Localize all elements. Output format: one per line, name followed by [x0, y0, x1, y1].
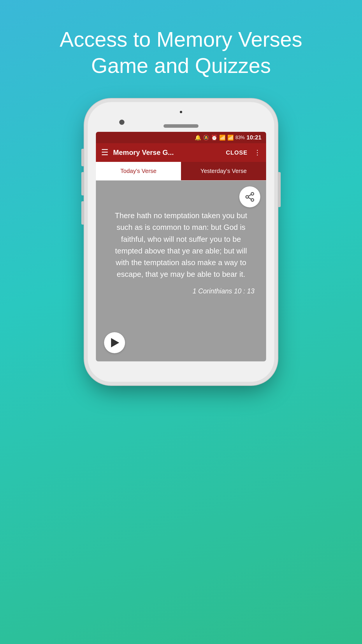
- toolbar-title: Memory Verse G...: [113, 148, 221, 157]
- phone-mockup: 🔔 🔕 ⏰ 📶 📶 83% 10:21 ☰ Memory Verse G... …: [88, 102, 274, 382]
- status-icons: 🔔 🔕 ⏰ 📶 📶 83% 10:21: [195, 134, 261, 141]
- headline-line1: Access to Memory Verses: [60, 28, 302, 51]
- tab-todays-verse[interactable]: Today's Verse: [96, 162, 181, 180]
- mute-icon: 🔕: [203, 134, 209, 141]
- tab-yesterdays-verse[interactable]: Yesterday's Verse: [181, 162, 266, 180]
- verse-reference: 1 Corinthians 10 : 13: [105, 287, 257, 295]
- svg-line-3: [248, 197, 251, 199]
- verse-card: There hath no temptation taken you but s…: [96, 181, 266, 361]
- battery-level: 83%: [236, 135, 245, 140]
- wifi-icon: 📶: [219, 134, 226, 141]
- earpiece-speaker: [164, 124, 198, 128]
- app-toolbar: ☰ Memory Verse G... CLOSE ⋮: [96, 143, 266, 162]
- status-time: 10:21: [247, 134, 261, 141]
- play-button[interactable]: [104, 332, 125, 353]
- verse-text: There hath no temptation taken you but s…: [105, 210, 257, 280]
- front-dot-sensor: [180, 111, 182, 113]
- phone-top: [96, 120, 266, 128]
- phone-shell: 🔔 🔕 ⏰ 📶 📶 83% 10:21 ☰ Memory Verse G... …: [88, 102, 274, 382]
- silent-switch: [81, 201, 84, 225]
- tabs-row: Today's Verse Yesterday's Verse: [96, 162, 266, 181]
- notification-icon: 🔔: [195, 134, 201, 141]
- more-options-icon[interactable]: ⋮: [254, 148, 261, 157]
- alarm-icon: ⏰: [211, 134, 217, 141]
- volume-down-button: [81, 172, 84, 195]
- play-icon: [111, 338, 119, 347]
- power-button: [278, 172, 281, 207]
- front-camera: [119, 120, 124, 125]
- volume-up-button: [81, 149, 84, 166]
- status-bar: 🔔 🔕 ⏰ 📶 📶 83% 10:21: [96, 132, 266, 143]
- share-icon: [245, 192, 255, 202]
- svg-line-4: [248, 195, 251, 196]
- hamburger-menu-icon[interactable]: ☰: [101, 148, 108, 157]
- signal-icon: 📶: [227, 134, 234, 141]
- share-button[interactable]: [239, 186, 260, 207]
- headline-line2: Game and Quizzes: [91, 54, 271, 77]
- page-headline: Access to Memory Verses Game and Quizzes: [36, 0, 326, 96]
- phone-screen: 🔔 🔕 ⏰ 📶 📶 83% 10:21 ☰ Memory Verse G... …: [96, 132, 266, 361]
- close-button[interactable]: CLOSE: [226, 149, 247, 156]
